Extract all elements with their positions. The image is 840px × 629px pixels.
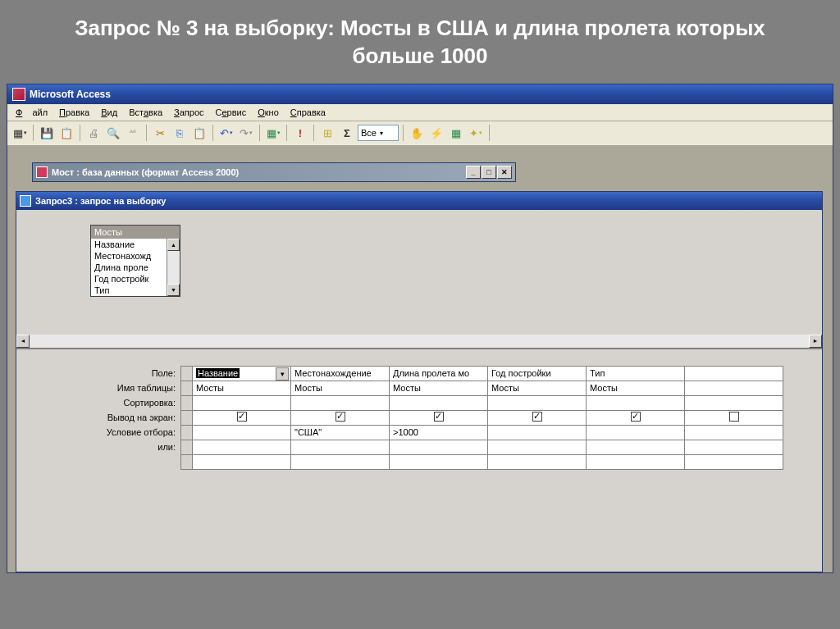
table-name[interactable]: Мосты [91,225,180,239]
spell-button[interactable]: ᴬᴮ [124,124,142,142]
menu-tools[interactable]: Сервис [211,106,252,119]
row-selector[interactable] [181,395,193,410]
newobject-button[interactable]: ✦ [467,124,485,142]
scroll-track[interactable] [167,251,180,284]
criteria-cell[interactable]: >1000 [390,425,488,440]
topvalues-combo[interactable]: Все [358,125,399,141]
maximize-button[interactable]: □ [482,166,496,179]
show-cell[interactable] [685,410,783,425]
sort-cell[interactable] [390,395,488,410]
close-button[interactable]: ✕ [497,166,512,179]
checkbox-icon[interactable] [532,412,542,422]
field-item[interactable]: Тип [91,285,167,296]
sort-cell[interactable] [685,395,783,410]
builder-button[interactable]: ⚡ [427,124,445,142]
or-cell[interactable] [587,440,685,454]
showtable-button[interactable]: ⊞ [318,124,336,142]
tables-pane[interactable]: Мосты Название Местонахожд Длина проле Г… [16,210,822,349]
run-button[interactable]: ! [291,124,309,142]
scrollbar-horizontal[interactable]: ◄ ► [16,335,822,348]
show-cell[interactable] [291,410,390,425]
menu-insert[interactable]: Вставка [124,106,167,119]
blank-cell[interactable] [291,454,390,469]
view-button[interactable]: ▦ [11,124,29,142]
criteria-cell[interactable] [488,425,587,440]
checkbox-icon[interactable] [631,412,641,422]
field-cell[interactable] [685,366,783,381]
menu-file[interactable]: Файл [11,106,52,119]
criteria-cell[interactable] [685,425,783,440]
show-cell[interactable] [193,410,291,425]
copy-button[interactable]: ⎘ [171,124,189,142]
menu-view[interactable]: Вид [96,106,122,119]
scroll-track[interactable] [30,335,809,348]
redo-button[interactable]: ↷ [237,124,255,142]
row-selector[interactable] [181,454,193,469]
sort-cell[interactable] [587,395,685,410]
row-selector[interactable] [181,425,193,440]
table-cell[interactable]: Мосты [193,381,291,395]
field-item[interactable]: Местонахожд [91,250,167,262]
blank-cell[interactable] [193,454,291,469]
row-selector[interactable] [181,410,193,425]
table-cell[interactable]: Мосты [488,381,587,395]
db-titlebar[interactable]: Мост : база данных (формат Access 2000) … [33,163,515,181]
save-button[interactable]: 💾 [38,124,56,142]
table-fieldlist[interactable]: Мосты Название Местонахожд Длина проле Г… [90,225,180,297]
cut-button[interactable]: ✂ [151,124,169,142]
field-item[interactable]: Название [91,239,167,250]
checkbox-icon[interactable] [336,412,345,422]
field-item[interactable]: Год постройк [91,273,167,285]
row-selector[interactable] [181,381,193,395]
field-list[interactable]: Название Местонахожд Длина проле Год пос… [91,239,167,296]
design-grid[interactable]: Название Местонахождение Длина пролета м… [180,366,783,470]
blank-cell[interactable] [587,454,685,469]
criteria-cell[interactable]: "США" [291,425,390,440]
table-cell[interactable]: Мосты [587,381,685,395]
or-cell[interactable] [193,440,291,454]
or-cell[interactable] [390,440,488,454]
blank-cell[interactable] [390,454,488,469]
dbwindow-button[interactable]: ▦ [447,124,465,142]
undo-button[interactable]: ↶ [217,124,235,142]
blank-cell[interactable] [685,454,783,469]
menu-edit[interactable]: Правка [54,106,94,119]
scroll-left-icon[interactable]: ◄ [16,335,30,348]
field-cell[interactable]: Местонахождение [291,366,390,381]
scrollbar-vertical[interactable]: ▲ ▼ [167,239,180,296]
or-cell[interactable] [291,440,390,454]
criteria-cell[interactable] [193,425,291,440]
print-button[interactable]: 🖨 [84,124,103,142]
field-cell[interactable]: Год постройки [488,366,587,381]
properties-button[interactable]: ✋ [408,124,426,142]
field-cell[interactable]: Тип [587,366,685,381]
row-selector[interactable] [181,440,193,454]
checkbox-icon[interactable] [434,412,444,422]
show-cell[interactable] [587,410,685,425]
field-item[interactable]: Длина проле [91,262,167,273]
database-window[interactable]: Мост : база данных (формат Access 2000) … [32,162,516,182]
minimize-button[interactable]: _ [466,166,481,179]
menu-window[interactable]: Окно [253,106,284,119]
field-cell[interactable]: Длина пролета мо [390,366,488,381]
show-cell[interactable] [390,410,488,425]
sort-cell[interactable] [193,395,291,410]
querytype-button[interactable]: ▦ [264,124,282,142]
menu-help[interactable]: Справка [285,106,331,119]
show-cell[interactable] [488,410,587,425]
scroll-right-icon[interactable]: ► [809,335,822,348]
menu-query[interactable]: Запрос [169,106,208,119]
design-grid-pane[interactable]: Поле: Имя таблицы: Сортировка: Вывод на … [16,349,822,572]
sort-cell[interactable] [488,395,587,410]
sort-cell[interactable] [291,395,390,410]
paste-button[interactable]: 📋 [190,124,208,142]
scroll-up-icon[interactable]: ▲ [167,239,180,251]
table-cell[interactable]: Мосты [291,381,390,395]
criteria-cell[interactable] [587,425,685,440]
preview-button[interactable]: 🔍 [104,124,122,142]
table-cell[interactable] [685,381,783,395]
or-cell[interactable] [685,440,783,454]
query-design-window[interactable]: Запрос3 : запрос на выборку Мосты Назван… [16,191,823,572]
or-cell[interactable] [488,440,587,454]
query-titlebar[interactable]: Запрос3 : запрос на выборку [16,192,822,210]
